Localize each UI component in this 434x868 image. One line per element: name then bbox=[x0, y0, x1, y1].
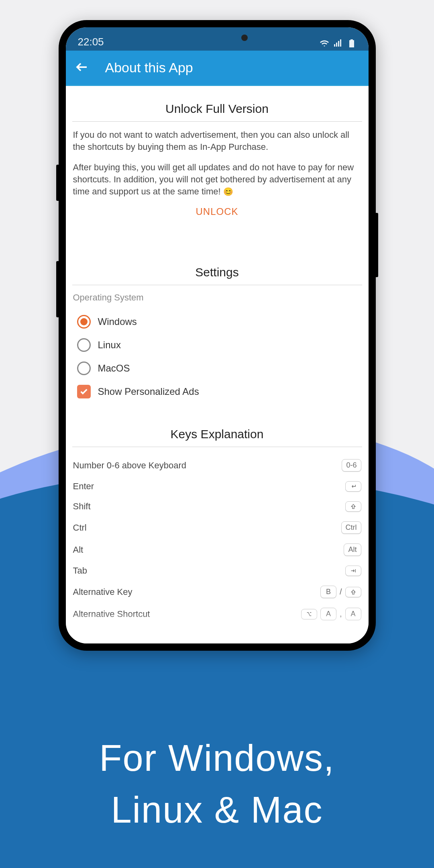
phone-side-button bbox=[376, 213, 378, 277]
radio-option-macos[interactable]: MacOS bbox=[72, 357, 362, 380]
promo-caption: For Windows, Linux & Mac bbox=[0, 732, 434, 836]
key-row-enter: Enter bbox=[72, 476, 362, 496]
unlock-heading: Unlock Full Version bbox=[72, 102, 362, 116]
radio-icon bbox=[77, 315, 91, 329]
phone-screen: 22:05 About this App Unlock Full Version… bbox=[66, 27, 369, 643]
divider bbox=[72, 285, 362, 285]
key-row-alternative-shortcut: Alternative Shortcut A , A bbox=[72, 603, 362, 625]
content-area: Unlock Full Version If you do not want t… bbox=[66, 86, 369, 643]
wifi-icon bbox=[320, 39, 329, 48]
key-label: Ctrl bbox=[73, 523, 87, 533]
keycap: A bbox=[345, 608, 361, 620]
keycap-shift bbox=[345, 587, 361, 597]
promo-line-2: Linux & Mac bbox=[0, 784, 434, 836]
radio-label: Linux bbox=[98, 339, 121, 351]
key-label: Enter bbox=[73, 481, 94, 492]
checkbox-label: Show Personalized Ads bbox=[98, 386, 199, 397]
promo-line-1: For Windows, bbox=[0, 732, 434, 784]
back-button[interactable] bbox=[75, 60, 89, 76]
divider bbox=[72, 121, 362, 122]
separator: , bbox=[340, 609, 342, 619]
unlock-section: Unlock Full Version If you do not want t… bbox=[72, 102, 362, 217]
keycap: Alt bbox=[344, 543, 361, 556]
key-label: Alternative Shortcut bbox=[73, 609, 150, 619]
enter-icon bbox=[350, 483, 357, 490]
key-row-number: Number 0-6 above Keyboard 0-6 bbox=[72, 454, 362, 476]
signal-icon bbox=[333, 39, 343, 48]
key-label: Number 0-6 above Keyboard bbox=[73, 460, 187, 471]
divider bbox=[72, 447, 362, 447]
shift-up-icon bbox=[350, 503, 357, 510]
app-bar: About this App bbox=[66, 51, 369, 86]
keycap-enter bbox=[345, 481, 361, 492]
key-row-alternative-key: Alternative Key B / bbox=[72, 581, 362, 603]
key-row-tab: Tab bbox=[72, 561, 362, 581]
keycap: Ctrl bbox=[341, 521, 361, 534]
radio-option-windows[interactable]: Windows bbox=[72, 310, 362, 333]
settings-section: Settings Operating System Windows Linux … bbox=[72, 266, 362, 403]
status-time: 22:05 bbox=[78, 36, 104, 48]
status-bar: 22:05 bbox=[66, 27, 369, 51]
settings-heading: Settings bbox=[72, 266, 362, 279]
app-title: About this App bbox=[105, 60, 193, 76]
key-label: Alternative Key bbox=[73, 587, 132, 597]
keycap bbox=[301, 609, 317, 619]
tab-icon bbox=[350, 568, 357, 574]
arrow-left-icon bbox=[75, 60, 89, 74]
shift-up-icon bbox=[350, 589, 357, 595]
keycap-tab bbox=[345, 566, 361, 576]
keycap-shift bbox=[345, 501, 361, 512]
phone-frame: 22:05 About this App Unlock Full Version… bbox=[59, 20, 376, 651]
phone-side-button bbox=[56, 165, 59, 201]
unlock-button[interactable]: UNLOCK bbox=[196, 206, 238, 217]
radio-icon bbox=[77, 338, 91, 352]
key-row-alt: Alt Alt bbox=[72, 539, 362, 561]
radio-label: Windows bbox=[98, 316, 137, 327]
radio-label: MacOS bbox=[98, 363, 130, 374]
status-icons bbox=[320, 39, 357, 48]
keycap: B bbox=[320, 586, 336, 598]
key-label: Shift bbox=[73, 501, 91, 512]
checkbox-icon bbox=[77, 385, 91, 398]
keycap: 0-6 bbox=[342, 459, 361, 472]
phone-side-button bbox=[56, 261, 59, 317]
unlock-para-1: If you do not want to watch advertisemen… bbox=[72, 129, 362, 153]
keycap: A bbox=[320, 608, 336, 620]
smile-emoji-icon: 😊 bbox=[223, 187, 233, 196]
check-icon bbox=[79, 387, 88, 396]
key-row-shift: Shift bbox=[72, 496, 362, 517]
os-field-label: Operating System bbox=[72, 292, 362, 303]
battery-icon bbox=[347, 39, 357, 48]
key-row-ctrl: Ctrl Ctrl bbox=[72, 517, 362, 539]
keys-section: Keys Explanation Number 0-6 above Keyboa… bbox=[72, 427, 362, 625]
radio-icon bbox=[77, 361, 91, 375]
key-label: Tab bbox=[73, 566, 87, 576]
keys-heading: Keys Explanation bbox=[72, 427, 362, 441]
radio-option-linux[interactable]: Linux bbox=[72, 333, 362, 357]
key-label: Alt bbox=[73, 545, 84, 555]
option-icon bbox=[306, 611, 312, 617]
separator: / bbox=[340, 587, 342, 596]
checkbox-personalized-ads[interactable]: Show Personalized Ads bbox=[72, 380, 362, 403]
unlock-para-2: After buying this, you will get all upda… bbox=[72, 161, 362, 197]
